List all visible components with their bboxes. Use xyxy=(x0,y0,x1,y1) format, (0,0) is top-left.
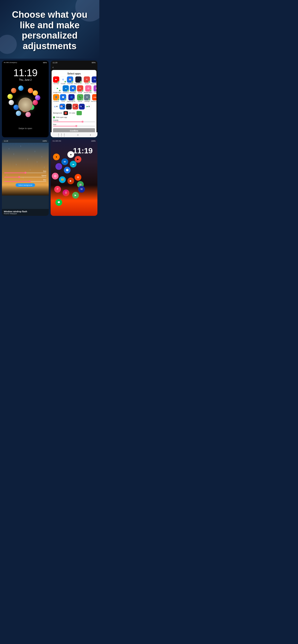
app-icon-onedrive: ☁ ✓ xyxy=(63,85,69,92)
size-thumb[interactable] xyxy=(75,125,77,127)
app-item-real4d[interactable]: 🌸 ✓ Real4d Wall... xyxy=(84,85,93,93)
gravity-row: Gravity xyxy=(53,119,95,123)
app-label-calendar: Calendar xyxy=(67,83,73,84)
orb-1 xyxy=(28,88,33,93)
app-icon-contacts: 👤 ✓ xyxy=(53,94,59,100)
nav-home-icon[interactable]: ○ xyxy=(77,133,79,136)
app-item-samsung-internet[interactable]: 🌐 ✓ Samsung Int... xyxy=(67,94,76,102)
remove-galaxy[interactable]: ✕ xyxy=(82,105,84,108)
click-open-checkbox[interactable] xyxy=(53,116,55,118)
app-item-google[interactable]: G ✓ Google xyxy=(60,76,66,84)
phone-floating: ncy calls only 100% 11:19 ● W ⋮ 🕐 ☁ ▶ xyxy=(51,139,97,216)
orb-3 xyxy=(33,90,38,96)
orb-8 xyxy=(14,105,19,110)
samsung-internet-check: ✓ xyxy=(73,99,75,100)
app-icon-gallery: 🌸 ✓ xyxy=(94,85,96,92)
selected-google[interactable]: G ✕ xyxy=(53,104,59,110)
gravity-track[interactable] xyxy=(53,122,95,122)
app-item-clash[interactable]: ⚔ ✓ Clash for An... xyxy=(74,76,83,84)
selected-galaxy-icon: 🛍 xyxy=(80,106,82,108)
calendar-check: ✓ xyxy=(72,81,73,83)
select-background-button[interactable]: Select background xyxy=(16,183,35,187)
app-item-google-play[interactable]: ▶ ✓ Google Play... xyxy=(53,85,62,93)
app-item-messages[interactable]: 💬 ✓ Messages xyxy=(70,85,76,93)
remove-email[interactable]: ✕ xyxy=(75,105,77,108)
app-icon-email: ✉ ✓ xyxy=(84,76,90,83)
app-item-contacts[interactable]: 👤 ✓ Contacts xyxy=(53,94,59,102)
floating-status-left: ncy calls only xyxy=(53,140,61,215)
swipe-hint: Swipe to open xyxy=(19,127,32,130)
control-blur-label: Blur xyxy=(4,179,46,181)
app-item-phone[interactable]: 📞 ✓ Phone xyxy=(77,94,83,102)
app-item-settings[interactable]: ⚙ ✓ Settings xyxy=(84,94,90,102)
google-check: ✓ xyxy=(64,81,66,83)
app-item-calendar[interactable]: 📅 ✓ Calendar xyxy=(67,76,73,84)
apps-grid-row2: ▶ ✓ Google Play... ☁ ✓ OneDrive 💬 ✓ xyxy=(53,85,95,93)
orb-9 xyxy=(9,100,14,105)
clock-check: ✓ xyxy=(65,99,66,100)
app-item-gallery[interactable]: 🌸 ✓ Gallery xyxy=(94,85,96,93)
size-track[interactable] xyxy=(53,126,95,126)
size-slider-thumb[interactable] xyxy=(25,172,26,174)
confirm-button[interactable]: Confirm xyxy=(53,128,95,132)
galaxy-store-icon: 🛍 xyxy=(94,78,96,80)
gmail-icon: M xyxy=(79,87,81,89)
app-item-gmail[interactable]: M ✓ Gmail xyxy=(77,85,83,93)
selected-email-icon: ✉ xyxy=(74,106,75,108)
selected-play[interactable]: ▶ ✕ xyxy=(85,104,91,110)
remove-clash[interactable]: ✕ xyxy=(69,105,71,108)
rain-3 xyxy=(21,146,21,147)
selected-google-icon: G xyxy=(54,106,56,108)
app-label-onedrive: OneDrive xyxy=(63,92,69,93)
app-label-real4d: Real4d Wall... xyxy=(84,92,93,93)
app-icon-samsung-internet: 🌐 ✓ xyxy=(68,94,75,100)
app-label-contacts: Contacts xyxy=(53,100,59,102)
dandelion-center xyxy=(18,98,33,112)
app-item-clock[interactable]: 🕐 ✓ Clock xyxy=(60,94,66,102)
google-icon: G xyxy=(62,78,64,81)
hero-title: Choose what you like and make personaliz… xyxy=(5,10,95,52)
settings-check: ✓ xyxy=(89,99,90,100)
nav-recent-icon[interactable]: ⋮⋮⋮ xyxy=(57,133,66,136)
email-check: ✓ xyxy=(88,81,90,83)
app-item-youtube[interactable]: ▶ ✓ YouTube xyxy=(53,76,59,84)
phone-raindrop: 11:19 100% Size xyxy=(2,139,49,216)
selected-galaxy[interactable]: 🛍 ✕ xyxy=(79,104,85,110)
speed-slider-track[interactable] xyxy=(4,177,46,178)
selected-email[interactable]: ✉ ✕ xyxy=(72,104,78,110)
size-slider-track[interactable] xyxy=(4,172,46,173)
app-item-email[interactable]: ✉ ✓ Email xyxy=(84,76,90,84)
apps-grid-row1: ▶ ✓ YouTube G ✓ Google 📅 ✓ xyxy=(53,76,95,84)
app-item-galaxy-store[interactable]: 🛍 ✓ Galaxy Store xyxy=(91,76,96,84)
floating-battery: 100% xyxy=(91,140,95,215)
raindrop-title: Window raindrop flash xyxy=(4,210,47,213)
raindrop-controls: Size Speed Blur xyxy=(2,169,49,188)
blur-slider-thumb[interactable] xyxy=(29,180,31,182)
app-icon-clock: 🕐 ✓ xyxy=(60,94,66,100)
lock-time: 11:19 xyxy=(13,67,37,78)
back-arrow-icon[interactable]: ‹ xyxy=(53,66,54,69)
app-icon-youtube: ▶ ✓ xyxy=(53,76,59,83)
nav-back-icon[interactable]: ‹ xyxy=(90,133,91,136)
or-color-label: Or color: xyxy=(69,112,76,114)
samsung-free-icon: FREE xyxy=(93,96,96,98)
orb-4 xyxy=(35,95,40,100)
app-item-samsung-free[interactable]: FREE ✓ Samsung Fr... xyxy=(91,94,96,102)
app-item-onedrive[interactable]: ☁ ✓ OneDrive xyxy=(63,85,69,93)
app-label-clock: Clock xyxy=(61,100,65,102)
samsung-internet-icon: 🌐 xyxy=(70,96,73,98)
remove-play[interactable]: ✕ xyxy=(88,105,90,108)
speed-slider-thumb[interactable] xyxy=(18,176,20,178)
blur-slider-track[interactable] xyxy=(4,181,46,182)
bg-swatch[interactable] xyxy=(63,111,68,115)
selected-clash[interactable]: ⚔ ✕ xyxy=(66,104,72,110)
rain-7 xyxy=(16,164,16,165)
remove-google[interactable]: ✕ xyxy=(56,105,58,108)
color-swatch[interactable] xyxy=(77,111,82,115)
gravity-label: Gravity xyxy=(53,119,95,121)
orb-5 xyxy=(33,100,38,105)
gravity-thumb[interactable] xyxy=(82,121,83,123)
selected-calendar[interactable]: 📅 ✕ xyxy=(60,104,65,110)
remove-calendar[interactable]: ✕ xyxy=(63,105,65,108)
app-label-google: Google xyxy=(61,83,65,84)
